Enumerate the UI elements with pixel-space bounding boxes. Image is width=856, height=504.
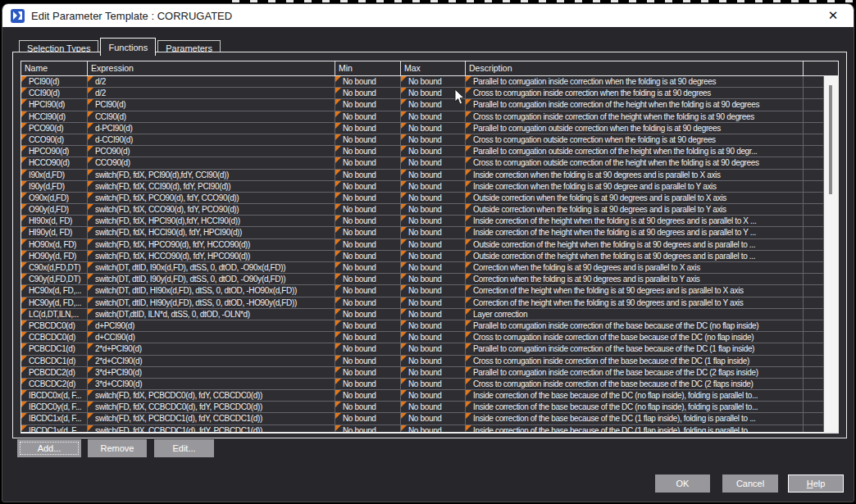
cell-min[interactable]: No bound [335, 157, 401, 168]
cell-name[interactable]: CCBCDC2(d) [21, 379, 88, 389]
cell-max[interactable]: No bound [401, 343, 466, 354]
cell-name[interactable]: IBCDC1x(d, F... [21, 413, 88, 424]
column-header-max[interactable]: Max [401, 61, 466, 75]
cell-description[interactable]: Outside correction when the folding is a… [466, 193, 804, 203]
cell-min[interactable]: No bound [335, 123, 401, 134]
cell-max[interactable]: No bound [401, 193, 466, 203]
cell-min[interactable]: No bound [335, 146, 401, 157]
cell-name[interactable]: IBCDC1y(d, F... [21, 425, 88, 432]
cell-description[interactable]: Inside correction when the folding is at… [466, 170, 804, 180]
cell-min[interactable]: No bound [335, 262, 401, 273]
cell-min[interactable]: No bound [335, 356, 401, 366]
cell-name[interactable]: PCBCDC2(d) [21, 367, 88, 378]
table-row[interactable]: PCI90(d) d/2 No bound No bound Parallel … [21, 76, 824, 88]
cell-max[interactable]: No bound [401, 297, 466, 308]
cell-min[interactable]: No bound [335, 239, 401, 250]
cell-max[interactable]: No bound [401, 320, 466, 331]
cell-max[interactable]: No bound [401, 157, 466, 168]
table-row[interactable]: IBCDC0x(d, F... switch(FD, fdX, PCBCDC0(… [21, 390, 824, 402]
cell-name[interactable]: CCBCDC1(d) [21, 356, 88, 366]
cell-max[interactable]: No bound [401, 134, 466, 145]
cell-description[interactable]: Outside correction when the folding is a… [466, 204, 804, 215]
table-row[interactable]: HI90x(d, FD) switch(FD, fdX, HPCI90(d),f… [21, 216, 824, 227]
table-row[interactable]: HO90y(d, FD) switch(FD, fdX, HCCO90(d), … [21, 251, 824, 262]
cell-description[interactable]: Cross to corrugation inside correction o… [466, 356, 804, 366]
cell-name[interactable]: HI90y(d, FD) [21, 227, 88, 238]
cell-description[interactable]: Parallel to corrugation inside correctio… [466, 343, 804, 354]
cell-expression[interactable]: switch(FD, fdX, HCCO90(d), fdY, HPCO90(d… [88, 251, 335, 261]
cell-expression[interactable]: CCI90(d) [88, 111, 335, 122]
cell-min[interactable]: No bound [335, 216, 401, 226]
cell-min[interactable]: No bound [335, 320, 401, 331]
cell-max[interactable]: No bound [401, 356, 466, 366]
table-row[interactable]: HCCI90(d) CCI90(d) No bound No bound Cro… [21, 111, 824, 123]
cell-name[interactable]: HPCO90(d) [21, 146, 88, 157]
cell-description[interactable]: Parallel to corrugation inside correctio… [466, 367, 804, 378]
cell-description[interactable]: Cross to corrugation inside correction w… [466, 88, 804, 98]
cell-name[interactable]: C90y(d,FD,DT) [21, 274, 88, 284]
cell-expression[interactable]: switch(FD, fdX, PCBCDC0(d), fdY, CCBCDC0… [88, 390, 335, 401]
cell-expression[interactable]: 3*d+CCI90(d) [88, 379, 335, 389]
tab-functions[interactable]: Functions [100, 38, 156, 56]
help-button[interactable]: Help [788, 474, 844, 493]
cell-max[interactable]: No bound [401, 402, 466, 412]
cell-expression[interactable]: switch(FD, fdX, PCBCDC1(d), fdY, CCBCDC1… [88, 413, 335, 424]
edit-button[interactable]: Edit... [154, 439, 214, 457]
cell-expression[interactable]: switch(FD, fdX, CCBCDC0(d), fdY, PCBCDC0… [88, 402, 335, 412]
cell-description[interactable]: Inside correction of the base because of… [466, 425, 804, 432]
table-row[interactable]: HI90y(d, FD) switch(FD, fdX, HCCI90(d), … [21, 227, 824, 238]
cell-min[interactable]: No bound [335, 274, 401, 284]
cell-expression[interactable]: switch(DT,dtID, ILN*d, dtSS, 0, dtOD, -O… [88, 309, 335, 320]
cell-expression[interactable]: switch(DT, dtID, HI90x(d,FD), dtSS, 0, d… [88, 285, 335, 296]
cell-max[interactable]: No bound [401, 251, 466, 261]
table-row[interactable]: PCBCDC0(d) d+PCI90(d) No bound No bound … [21, 320, 824, 332]
cell-description[interactable]: Cross to corrugation inside correction o… [466, 379, 804, 389]
table-row[interactable]: C90x(d,FD,DT) switch(DT, dtID, I90x(d,FD… [21, 262, 824, 274]
cell-description[interactable]: Parallel to corrugation inside correctio… [466, 99, 804, 110]
cell-expression[interactable]: 3*d+PCI90(d) [88, 367, 335, 378]
ok-button[interactable]: OK [655, 474, 710, 493]
table-row[interactable]: HCCO90(d) CCO90(d) No bound No bound Cro… [21, 157, 824, 169]
vertical-scrollbar[interactable] [824, 76, 838, 432]
table-row[interactable]: I90y(d,FD) switch(FD, fdX, CCI90(d), fdY… [21, 181, 824, 193]
cell-description[interactable]: Correction when the folding is at 90 deg… [466, 262, 804, 273]
cell-expression[interactable]: switch(FD, fdX, CCO90(d), fdY, PCO90(d)) [88, 204, 335, 215]
cell-max[interactable]: No bound [401, 425, 466, 432]
cell-name[interactable]: HCCI90(d) [21, 111, 88, 122]
cell-expression[interactable]: switch(FD, fdX, CCBCDC1(d), fdY, PCBCDC1… [88, 425, 335, 432]
cell-description[interactable]: Inside correction of the base because of… [466, 413, 804, 424]
cell-max[interactable]: No bound [401, 285, 466, 296]
cell-name[interactable]: HCCO90(d) [21, 157, 88, 168]
cell-description[interactable]: Cross to corrugation outside correction … [466, 157, 804, 168]
cell-expression[interactable]: switch(DT, dtID, HI90y(d,FD), dtSS, 0, d… [88, 297, 335, 308]
cell-min[interactable]: No bound [335, 251, 401, 261]
column-header-name[interactable]: Name [21, 61, 88, 75]
cell-name[interactable]: HC90x(d, FD,... [21, 285, 88, 296]
cell-description[interactable]: Cross to corrugation inside correction o… [466, 111, 804, 122]
scrollbar-thumb[interactable] [829, 85, 832, 194]
table-row[interactable]: HPCI90(d) PCI90(d) No bound No bound Par… [21, 99, 824, 111]
cell-min[interactable]: No bound [335, 170, 401, 180]
table-row[interactable]: CCO90(d) d-CCI90(d) No bound No bound Cr… [21, 134, 824, 146]
cell-description[interactable]: Parallel to corrugation outside correcti… [466, 123, 804, 134]
cell-expression[interactable]: 2*d+CCI90(d) [88, 356, 335, 366]
table-row[interactable]: IBCDC1y(d, F... switch(FD, fdX, CCBCDC1(… [21, 425, 824, 432]
table-row[interactable]: IBCDC0y(d, F... switch(FD, fdX, CCBCDC0(… [21, 402, 824, 413]
cell-expression[interactable]: switch(FD, fdX, HPCI90(d),fdY, HCCI90(d)… [88, 216, 335, 226]
table-row[interactable]: HPCO90(d) PCO90(d) No bound No bound Par… [21, 146, 824, 157]
cell-max[interactable]: No bound [401, 309, 466, 320]
cell-min[interactable]: No bound [335, 343, 401, 354]
cell-name[interactable]: HPCI90(d) [21, 99, 88, 110]
dialog-titlebar[interactable]: Edit Parameter Template : CORRUGATED ✕ [2, 4, 854, 27]
cell-max[interactable]: No bound [401, 216, 466, 226]
cell-expression[interactable]: switch(DT, dtID, I90x(d,FD), dtSS, 0, dt… [88, 262, 335, 273]
cell-max[interactable]: No bound [401, 379, 466, 389]
cell-expression[interactable]: switch(FD, fdX, PCI90(d),fdY, CCI90(d)) [88, 170, 335, 180]
cell-expression[interactable]: d/2 [88, 76, 335, 87]
cell-max[interactable]: No bound [401, 99, 466, 110]
cell-max[interactable]: No bound [401, 239, 466, 250]
column-header-description[interactable]: Description [466, 61, 804, 75]
cell-description[interactable]: Inside correction of the base because of… [466, 390, 804, 401]
cell-expression[interactable]: d-PCI90(d) [88, 123, 335, 134]
cell-expression[interactable]: d+PCI90(d) [88, 320, 335, 331]
